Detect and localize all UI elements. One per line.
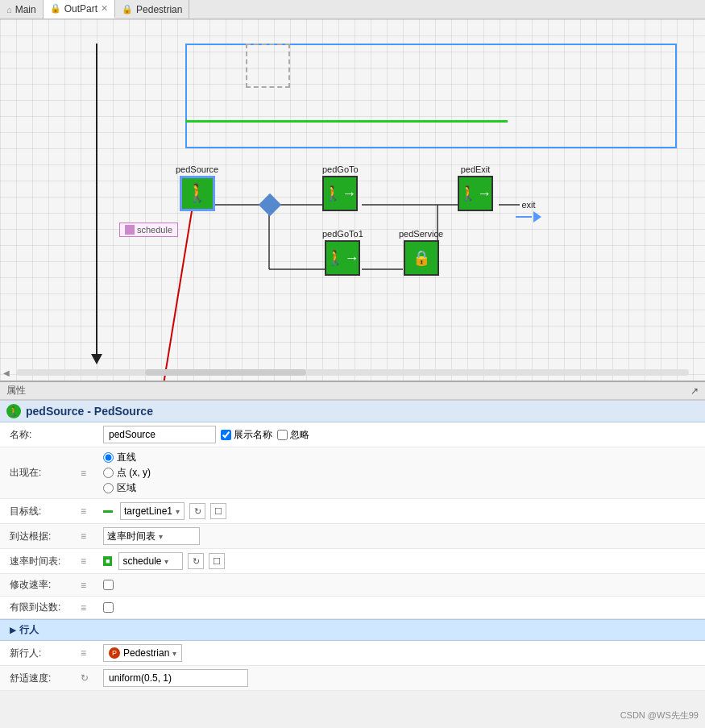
close-outpart-icon[interactable]: ✕ bbox=[101, 3, 108, 14]
tab-bar: ⌂ Main 🔒 OutPart ✕ 🔒 Pedestrian bbox=[0, 0, 705, 19]
tab-pedestrian[interactable]: 🔒 Pedestrian bbox=[115, 0, 189, 19]
appear-equals: ≡ bbox=[81, 468, 97, 479]
node-pedgoto1-label: pedGoTo1 bbox=[322, 229, 363, 239]
exit-line bbox=[516, 216, 532, 218]
rateschedule-equals: ≡ bbox=[81, 555, 97, 567]
appear-radio-area: 区域 bbox=[103, 481, 151, 495]
node-pedsource-label: pedSource bbox=[176, 164, 218, 174]
pedestrian-icon: P bbox=[109, 647, 120, 659]
schedule-badge: ■ bbox=[103, 556, 112, 566]
appear-value: 直线 点 (x, y) 区域 bbox=[103, 451, 695, 495]
appear-radio-line-input[interactable] bbox=[103, 452, 114, 463]
targetline-dropdown-arrow: ▾ bbox=[176, 507, 180, 516]
props-rateschedule-row: 速率时间表: ≡ ■ schedule ▾ ↻ ☐ bbox=[0, 549, 705, 574]
name-label: 名称: bbox=[10, 428, 74, 442]
section-pedestrian-arrow: ▶ bbox=[10, 626, 16, 634]
appear-line-label: 直线 bbox=[117, 451, 136, 464]
ignore-checkbox[interactable] bbox=[277, 430, 288, 440]
modifyrate-checkbox[interactable] bbox=[103, 580, 114, 590]
tab-outpart[interactable]: 🔒 OutPart ✕ bbox=[44, 0, 115, 19]
targetline-btn2[interactable]: ☐ bbox=[210, 503, 226, 519]
pedgoto-icon: 🚶→ bbox=[324, 185, 356, 202]
comfortspeed-refresh-icon[interactable]: ↻ bbox=[81, 672, 97, 684]
scrollbar-thumb[interactable] bbox=[145, 369, 306, 376]
properties-tab-label[interactable]: 属性 bbox=[6, 384, 26, 397]
comfortspeed-input[interactable] bbox=[103, 669, 248, 687]
pedestrian-dropdown-arrow: ▾ bbox=[172, 649, 176, 658]
rateschedule-btn2[interactable]: ☐ bbox=[209, 553, 225, 569]
exit-arrowhead bbox=[533, 211, 541, 223]
dashed-box bbox=[246, 44, 290, 88]
props-name-row: 名称: 展示名称 忽略 bbox=[0, 422, 705, 447]
pedexit-icon: 🚶→ bbox=[459, 185, 491, 202]
newped-equals: ≡ bbox=[81, 647, 97, 659]
appear-radio-line: 直线 bbox=[103, 451, 151, 464]
export-icon[interactable]: ↗ bbox=[690, 385, 699, 397]
node-pedservice-box[interactable]: 🔒 bbox=[404, 240, 439, 276]
modifyrate-value bbox=[103, 580, 695, 590]
exit-arrow-shape bbox=[516, 211, 541, 223]
node-pedsource-box[interactable]: 🚶 bbox=[180, 176, 215, 211]
canvas-scrollbar[interactable]: ◀ bbox=[0, 368, 705, 377]
targetline-dropdown[interactable]: targetLine1 ▾ bbox=[120, 502, 185, 520]
rateschedule-btn1[interactable]: ↻ bbox=[188, 553, 204, 569]
pedsource-icon: 🚶 bbox=[186, 183, 208, 204]
canvas-area[interactable]: pedSource 🚶 pedGoTo 🚶→ pedExit 🚶→ exit p… bbox=[0, 19, 705, 382]
schedule-node[interactable]: schedule bbox=[119, 223, 178, 237]
limitarrivals-checkbox[interactable] bbox=[103, 602, 114, 613]
node-pedexit-box[interactable]: 🚶→ bbox=[458, 176, 493, 211]
comfortspeed-value bbox=[103, 669, 695, 687]
node-pedexit[interactable]: pedExit 🚶→ bbox=[458, 164, 493, 211]
appear-radio-point: 点 (x, y) bbox=[103, 466, 151, 480]
appear-area-label: 区域 bbox=[117, 481, 136, 495]
diamond-shape bbox=[259, 193, 281, 216]
newped-value: P Pedestrian ▾ bbox=[103, 644, 695, 662]
schedule-label: schedule bbox=[137, 225, 172, 235]
name-input[interactable] bbox=[103, 426, 216, 443]
pedgoto1-icon: 🚶→ bbox=[326, 249, 359, 267]
modifyrate-label: 修改速率: bbox=[10, 578, 74, 592]
arriveby-equals: ≡ bbox=[81, 530, 97, 542]
rateschedule-value: ■ schedule ▾ ↻ ☐ bbox=[103, 552, 695, 570]
targetline-equals: ≡ bbox=[81, 505, 97, 517]
arriveby-dropdown[interactable]: 速率时间表 ▾ bbox=[103, 527, 200, 545]
arriveby-label: 到达根据: bbox=[10, 530, 74, 543]
pedestrian-value-text: Pedestrian bbox=[123, 647, 169, 659]
props-modifyrate-row: 修改速率: ≡ bbox=[0, 574, 705, 597]
tab-main[interactable]: ⌂ Main bbox=[0, 0, 44, 19]
node-pedgoto-box[interactable]: 🚶→ bbox=[322, 176, 358, 211]
targetline-value-text: targetLine1 bbox=[124, 505, 172, 517]
appear-radio-point-input[interactable] bbox=[103, 468, 114, 478]
diamond-connector bbox=[262, 197, 278, 213]
pedservice-icon: 🔒 bbox=[413, 249, 430, 267]
section-pedestrian-header[interactable]: ▶ 行人 bbox=[0, 619, 705, 641]
show-name-checkbox[interactable] bbox=[221, 430, 231, 440]
watermark: CSDN @WS先生99 bbox=[620, 709, 699, 722]
ignore-label: 忽略 bbox=[277, 428, 309, 442]
arriveby-value: 速率时间表 ▾ bbox=[103, 527, 695, 545]
exit-node: exit bbox=[516, 200, 541, 223]
appear-radio-group: 直线 点 (x, y) 区域 bbox=[103, 451, 151, 495]
node-pedservice-label: pedService bbox=[399, 229, 443, 239]
rateschedule-dropdown[interactable]: schedule ▾ bbox=[118, 552, 183, 570]
tab-pedestrian-label: Pedestrian bbox=[136, 4, 182, 15]
arriveby-dropdown-arrow: ▾ bbox=[159, 532, 163, 541]
limitarrivals-equals: ≡ bbox=[81, 602, 97, 614]
scrollbar-track[interactable] bbox=[16, 369, 689, 376]
green-horizontal-line bbox=[185, 120, 508, 123]
node-pedgoto[interactable]: pedGoTo 🚶→ bbox=[322, 164, 359, 211]
node-pedservice[interactable]: pedService 🔒 bbox=[399, 229, 443, 276]
pedestrian-button[interactable]: P Pedestrian ▾ bbox=[103, 644, 182, 662]
scroll-left-icon[interactable]: ◀ bbox=[3, 368, 10, 377]
node-pedgoto1-box[interactable]: 🚶→ bbox=[325, 240, 360, 276]
newped-label: 新行人: bbox=[10, 647, 74, 660]
props-newped-row: 新行人: ≡ P Pedestrian ▾ bbox=[0, 641, 705, 666]
node-pedgoto1[interactable]: pedGoTo1 🚶→ bbox=[322, 229, 363, 276]
properties-panel: 🚶 pedSource - PedSource 名称: 展示名称 忽略 出现在:… bbox=[0, 400, 705, 691]
targetline-btn1[interactable]: ↻ bbox=[189, 503, 205, 519]
modifyrate-equals: ≡ bbox=[81, 580, 97, 591]
props-title: pedSource - PedSource bbox=[26, 405, 153, 418]
appear-label: 出现在: bbox=[10, 466, 74, 480]
appear-radio-area-input[interactable] bbox=[103, 483, 114, 493]
node-pedsource[interactable]: pedSource 🚶 bbox=[176, 164, 218, 211]
